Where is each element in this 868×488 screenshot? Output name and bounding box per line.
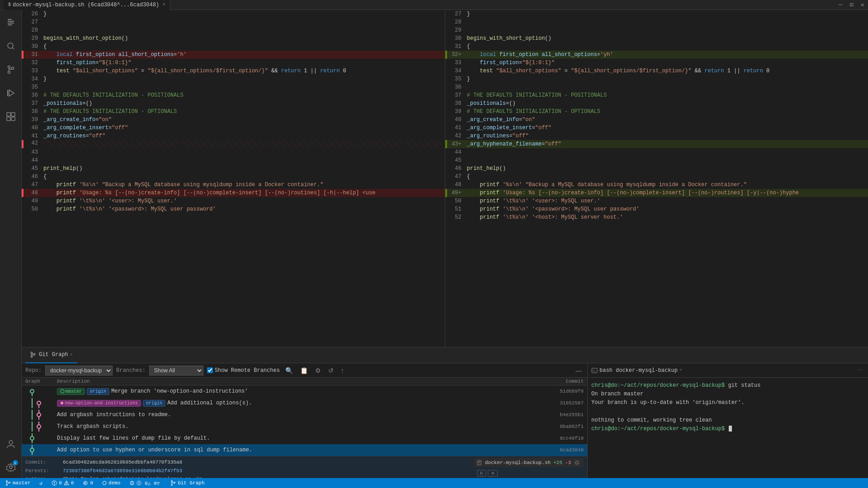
desc-cell-5: Add option to use hyphen or underscore i… [57,447,529,453]
code-line-40: 40 _arg_complete_insert="off" [22,124,445,132]
show-remote-checkbox[interactable] [207,367,213,373]
svg-rect-15 [11,117,15,121]
svg-point-6 [8,66,10,68]
detail-file-name: docker-mysql-backup.sh [485,460,551,465]
sidebar-icon-extensions[interactable] [0,106,22,127]
commit-desc-2: Add argbash instructions to readme. [57,412,171,418]
sidebar-icon-settings[interactable]: 1 [0,456,22,478]
commit-desc-3: Track argbash scripts. [57,423,128,430]
code-line-31: 31 local first_option all_short_options=… [22,51,445,59]
sidebar-icon-account[interactable] [0,433,22,455]
git-graph-tab-label: Git Graph [39,352,68,358]
sidebar-icon-source-control[interactable] [0,59,22,80]
code-line-hatch: 42 [22,140,445,148]
code-line-44: 44 [22,156,445,164]
git-row-4[interactable]: Display last few lines of dump file by d… [22,432,587,444]
status-errors[interactable]: 0 0 [50,480,75,486]
detail-file-row[interactable]: docker-mysql-backup.sh +25 -3 [473,458,584,467]
panel-tab-bar: Git Graph × [22,347,868,363]
code-line-27: 27 [22,18,445,26]
svg-point-30 [61,402,63,404]
git-row-0[interactable]: master origin Merge branch 'new-option-a… [22,385,587,397]
git-graph-tab-close[interactable]: × [70,352,73,357]
branches-select[interactable]: Show All [149,366,203,375]
code-line-43: 43 [22,148,445,156]
git-row-3[interactable]: Track argbash scripts. 0ba802f1 [22,421,587,432]
svg-line-5 [12,48,14,50]
right-code-area[interactable]: 27 } 28 29 [445,10,868,347]
terminal-content[interactable]: chris@do:~/act/repos/docker-mysql-backup… [588,378,868,478]
r-code-line-33: 33 first_option="${1:0:1}" [445,59,868,67]
tab-git-graph[interactable]: Git Graph × [25,347,77,363]
r-code-line-37: 37 # THE DEFAULTS INITIALIZATION - POSIT… [445,91,868,99]
live-share-icon [83,480,88,486]
svg-point-18 [31,352,33,354]
detail-parents[interactable]: 723697380f646d2a67d659e3166b0b84b2f47f53 [63,467,182,475]
editor-tab[interactable]: $ docker-mysql-backup.sh (6cad3048^...6c… [4,0,170,10]
git-graph-table[interactable]: Graph Description Commit [22,378,587,478]
r-code-line-27: 27 } [445,10,868,18]
bottom-panel: Git Graph × Repo: docker-mysql-backup Br… [22,347,868,478]
terminal-split-btn[interactable]: ⋯ [856,366,864,374]
git-row-1[interactable]: new-option-and-instructions origin Add a… [22,397,587,409]
terminal-line-1: chris@do:~/act/repos/docker-mysql-backup… [591,381,864,390]
show-remote-checkbox-label[interactable]: Show Remote Branches [207,367,280,374]
remote-icon [129,480,135,486]
svg-point-38 [38,425,40,428]
git-row-5[interactable]: Add option to use hyphen or underscore i… [22,444,587,456]
commit-desc-0: Merge branch 'new-option-and-instruction… [111,388,248,394]
demo-label: demo [108,480,120,486]
desc-cell-4: Display last few lines of dump file by d… [57,435,529,441]
status-remote[interactable]: ⓪ 0△ 0▽ [127,480,161,487]
search-commits-btn[interactable]: 🔍 [283,366,295,375]
status-branch[interactable]: master [4,480,33,486]
status-sync[interactable]: ↺ [38,480,45,486]
status-demo[interactable]: demo [100,480,122,486]
graph-cell-3 [25,422,57,432]
commit-desc-1: Add additional options(s). [167,400,252,406]
r-code-line-31: 31 { [445,42,868,51]
add-stash-btn[interactable]: 📋 [298,366,310,375]
demo-icon [102,481,107,485]
settings-btn[interactable]: ⚙ [313,366,323,375]
push-btn[interactable]: ↑ [339,366,346,375]
left-code-area[interactable]: 26 } 27 28 [22,10,445,347]
svg-rect-13 [11,113,15,116]
graph-cell-5 [25,445,57,455]
status-live[interactable]: 0 [81,480,95,486]
r-code-line-48: 48 printf '%s\n' "Backup a MySQL databas… [445,181,868,189]
file-icon [477,460,482,465]
detail-author: Chris Taylor <chris@christaylordeveloper… [63,475,203,478]
show-remote-label: Show Remote Branches [215,367,280,374]
sidebar-icon-explorer[interactable] [0,12,22,33]
code-line-48: 48 printf 'Usage: %s [--(no-)create-info… [22,189,445,197]
sidebar-icon-run[interactable] [0,82,22,104]
svg-point-69 [171,481,173,482]
svg-rect-14 [7,117,10,121]
detail-additions: +25 [553,460,562,465]
panel-split: Repo: docker-mysql-backup Branches: Show… [22,363,868,478]
terminal-close-btn[interactable]: × [679,368,682,373]
right-editor-pane: 27 } 28 29 [445,10,868,347]
git-row-2[interactable]: Add argbash instructions to readme. b4e2… [22,409,587,421]
tab-close-btn[interactable]: × [163,2,165,7]
r-code-line-49: 49+ printf 'Usage: %s [--(no-)create-inf… [445,189,868,197]
sidebar-icon-search[interactable] [0,35,22,57]
svg-point-17 [9,466,12,469]
commit-desc-5: Add option to use hyphen or underscore i… [57,447,252,453]
detail-close-btn[interactable]: ✕ [488,470,498,477]
commit-hash-4: 8cc40f18 [529,436,584,441]
detail-commit-hash: 6cad30482a6cda962810b95edbbfa40770f335a8 [63,458,182,467]
detail-copy-btn[interactable]: ⎘ [477,470,486,477]
terminal-header: bash docker-mysql-backup × ⋯ [588,363,868,378]
status-git-graph[interactable]: Git Graph [169,480,206,486]
r-code-line-43: 43+ _arg_hyphenate_filename="off" [445,140,868,148]
repo-select[interactable]: docker-mysql-backup [45,366,113,375]
svg-rect-1 [8,21,14,22]
collapse-panel-btn[interactable]: — [574,366,584,375]
svg-marker-10 [9,90,14,96]
view-file-icon[interactable] [574,460,580,466]
live-share-count: 0 [90,480,93,486]
code-line-50: 50 printf '\t%s\n' '<password>: MySQL us… [22,205,445,213]
fetch-btn[interactable]: ↺ [326,366,335,375]
